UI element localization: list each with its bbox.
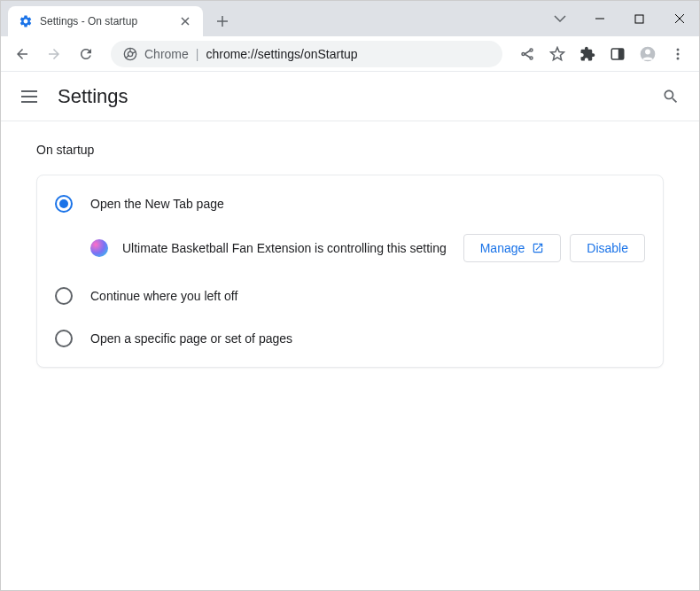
radio-button-selected[interactable]: [55, 195, 73, 213]
extension-notice: Ultimate Basketball Fan Extension is con…: [37, 225, 663, 275]
svg-point-10: [677, 48, 680, 51]
svg-point-5: [530, 57, 533, 59]
svg-point-3: [522, 52, 525, 55]
radio-button[interactable]: [55, 287, 73, 305]
gear-icon: [19, 14, 33, 28]
radio-label: Open a specific page or set of pages: [90, 331, 292, 346]
browser-toolbar: Chrome | chrome://settings/onStartup: [1, 36, 699, 72]
settings-header: Settings: [1, 72, 699, 121]
browser-tab[interactable]: Settings - On startup: [8, 6, 203, 36]
minimize-button[interactable]: [579, 5, 619, 32]
radio-button[interactable]: [55, 330, 73, 347]
svg-point-4: [530, 49, 533, 51]
url-scheme-label: Chrome: [144, 47, 189, 61]
svg-rect-7: [618, 49, 624, 59]
open-external-icon: [532, 242, 544, 254]
disable-label: Disable: [587, 241, 628, 255]
extension-message: Ultimate Basketball Fan Extension is con…: [122, 241, 449, 255]
manage-button[interactable]: Manage: [463, 234, 562, 262]
page-title: Settings: [58, 85, 660, 108]
close-icon[interactable]: [178, 14, 192, 28]
back-button[interactable]: [8, 40, 36, 68]
maximize-button[interactable]: [619, 5, 659, 32]
new-tab-button[interactable]: [210, 9, 235, 34]
side-panel-icon[interactable]: [603, 40, 632, 68]
profile-icon[interactable]: [634, 40, 662, 68]
bookmark-icon[interactable]: [543, 40, 572, 68]
svg-point-12: [677, 57, 680, 59]
radio-open-new-tab[interactable]: Open the New Tab page: [37, 183, 663, 225]
settings-content: On startup Open the New Tab page Ultimat…: [1, 121, 699, 389]
startup-card: Open the New Tab page Ultimate Basketbal…: [36, 175, 664, 368]
window-titlebar: Settings - On startup: [1, 1, 699, 36]
search-icon[interactable]: [660, 86, 681, 107]
radio-specific-pages[interactable]: Open a specific page or set of pages: [37, 317, 663, 360]
hamburger-icon[interactable]: [19, 86, 40, 107]
share-icon[interactable]: [513, 40, 541, 68]
window-close-button[interactable]: [659, 5, 699, 32]
menu-icon[interactable]: [664, 40, 692, 68]
radio-continue[interactable]: Continue where you left off: [37, 275, 663, 317]
tab-title: Settings - On startup: [40, 15, 178, 27]
svg-rect-0: [635, 15, 643, 23]
extensions-icon[interactable]: [573, 40, 602, 68]
reload-button[interactable]: [72, 40, 100, 68]
address-bar[interactable]: Chrome | chrome://settings/onStartup: [111, 41, 502, 67]
svg-point-11: [677, 52, 680, 55]
section-title: On startup: [36, 143, 664, 157]
chrome-icon: [123, 47, 137, 61]
url-divider: |: [196, 47, 199, 61]
chevron-down-icon[interactable]: [540, 5, 579, 32]
window-controls: [540, 1, 699, 36]
radio-label: Continue where you left off: [90, 289, 237, 303]
manage-label: Manage: [480, 241, 525, 255]
disable-button[interactable]: Disable: [570, 234, 645, 262]
radio-label: Open the New Tab page: [90, 197, 224, 211]
svg-point-9: [645, 49, 650, 54]
forward-button[interactable]: [40, 40, 68, 68]
extension-icon: [90, 239, 108, 257]
url-text: chrome://settings/onStartup: [206, 47, 357, 61]
